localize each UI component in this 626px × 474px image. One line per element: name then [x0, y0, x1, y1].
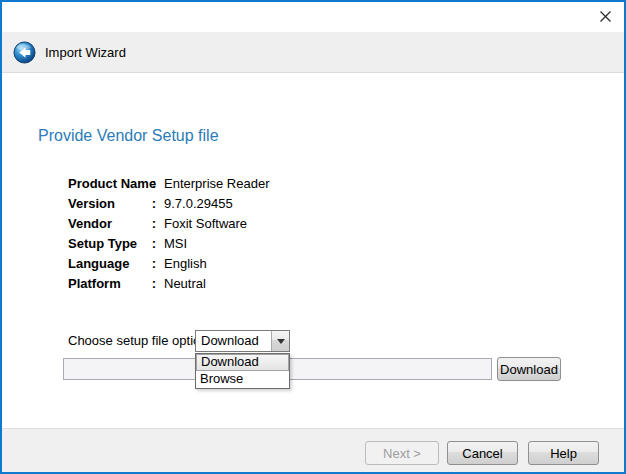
- detail-row-setup-type: Setup Type : MSI: [68, 233, 270, 253]
- chevron-down-icon: [277, 339, 285, 344]
- detail-row-product-name: Product Name : Enterprise Reader: [68, 173, 270, 193]
- detail-label: Language: [68, 256, 148, 271]
- detail-label: Product Name: [68, 176, 148, 191]
- wizard-footer: Next > Cancel Help: [2, 428, 624, 472]
- detail-label: Setup Type: [68, 236, 148, 251]
- detail-colon: :: [148, 176, 160, 191]
- download-button[interactable]: Download: [497, 357, 561, 381]
- wizard-title: Import Wizard: [45, 45, 126, 60]
- detail-row-platform: Platform : Neutral: [68, 273, 270, 293]
- back-arrow-icon[interactable]: [13, 41, 36, 64]
- product-details: Product Name : Enterprise Reader Version…: [68, 173, 270, 293]
- detail-value: English: [160, 256, 270, 271]
- next-button[interactable]: Next >: [365, 441, 439, 465]
- wizard-header: Import Wizard: [2, 32, 624, 73]
- close-button[interactable]: [594, 8, 616, 28]
- detail-colon: :: [148, 196, 160, 211]
- cancel-button[interactable]: Cancel: [447, 441, 518, 465]
- detail-row-language: Language : English: [68, 253, 270, 273]
- dropdown-option-download[interactable]: Download: [196, 354, 289, 371]
- import-wizard-window: Import Wizard Provide Vendor Setup file …: [0, 0, 626, 474]
- setup-option-label: Choose setup file option:: [68, 333, 211, 348]
- detail-colon: :: [148, 216, 160, 231]
- detail-row-vendor: Vendor : Foxit Software: [68, 213, 270, 233]
- detail-colon: :: [148, 256, 160, 271]
- combobox-selected-value: Download: [196, 331, 271, 351]
- detail-value: MSI: [160, 236, 270, 251]
- detail-value: Enterprise Reader: [160, 176, 270, 191]
- titlebar: [2, 2, 624, 32]
- detail-label: Version: [68, 196, 148, 211]
- setup-option-combobox[interactable]: Download: [195, 330, 290, 352]
- detail-value: 9.7.0.29455: [160, 196, 270, 211]
- detail-colon: :: [148, 236, 160, 251]
- dropdown-option-browse[interactable]: Browse: [196, 371, 289, 388]
- detail-row-version: Version : 9.7.0.29455: [68, 193, 270, 213]
- help-button[interactable]: Help: [528, 441, 599, 465]
- combobox-dropdown-button[interactable]: [271, 331, 289, 351]
- setup-option-dropdown-list: Download Browse: [195, 353, 290, 389]
- detail-label: Platform: [68, 276, 148, 291]
- detail-value: Neutral: [160, 276, 270, 291]
- detail-colon: :: [148, 276, 160, 291]
- close-icon: [599, 10, 612, 26]
- detail-label: Vendor: [68, 216, 148, 231]
- detail-value: Foxit Software: [160, 216, 270, 231]
- page-heading: Provide Vendor Setup file: [38, 127, 219, 145]
